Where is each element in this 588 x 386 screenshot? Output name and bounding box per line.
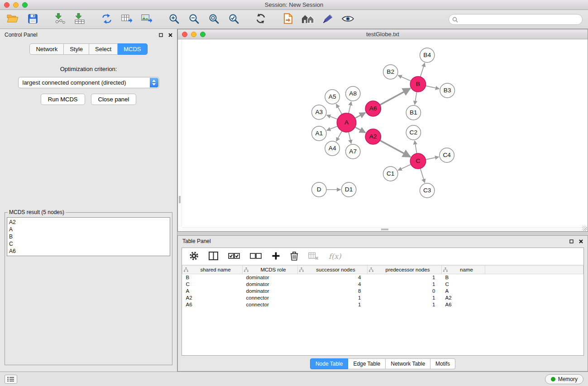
- node-C2[interactable]: C2: [406, 125, 421, 140]
- node-B1[interactable]: B1: [406, 105, 421, 120]
- zoom-out-button[interactable]: [186, 12, 201, 27]
- open-session-button[interactable]: [5, 12, 20, 27]
- network-canvas-area[interactable]: AA6A2BCA1A3A4A5A7A8B1B2B3B4C1C2C3C4DD1: [178, 39, 588, 231]
- minimize-window-button[interactable]: [13, 2, 19, 8]
- table-row[interactable]: Cdominator41C: [182, 281, 583, 288]
- float-table-panel-icon[interactable]: [569, 239, 574, 243]
- column-visibility-button[interactable]: [209, 252, 218, 262]
- table-row[interactable]: Bdominator41B: [182, 274, 583, 281]
- zoom-window-button[interactable]: [22, 2, 28, 8]
- edge-A-A7[interactable]: [349, 132, 351, 144]
- resize-grip[interactable]: [582, 226, 587, 231]
- edge-C-C3[interactable]: [421, 168, 425, 183]
- search-input[interactable]: [449, 14, 583, 25]
- edge-B-B4[interactable]: [421, 63, 425, 77]
- import-network-from-file-button[interactable]: [53, 12, 67, 27]
- edge-C-C2[interactable]: [415, 141, 417, 153]
- show-graphics-details-button[interactable]: [340, 12, 355, 27]
- node-A4[interactable]: A4: [325, 141, 339, 156]
- node-C1[interactable]: C1: [383, 167, 398, 181]
- node-A6[interactable]: A6: [365, 101, 381, 116]
- zoom-selected-button[interactable]: [226, 12, 241, 27]
- table-row[interactable]: Adominator80A: [182, 288, 583, 295]
- mcds-result-item[interactable]: A2: [9, 219, 168, 226]
- node-A3[interactable]: A3: [312, 105, 326, 119]
- delete-columns-button[interactable]: [290, 251, 298, 262]
- zoom-fit-button[interactable]: [206, 12, 221, 27]
- close-panel-button[interactable]: Close panel: [91, 94, 137, 105]
- criterion-dropdown[interactable]: largest connected component (directed): [18, 77, 159, 88]
- mcds-result-list[interactable]: A2ABCA6: [7, 217, 170, 256]
- node-B2[interactable]: B2: [383, 65, 398, 79]
- memory-button[interactable]: Memory: [545, 374, 583, 384]
- mcds-result-item[interactable]: A6: [9, 248, 168, 255]
- mcds-result-item[interactable]: A: [9, 226, 168, 233]
- node-A7[interactable]: A7: [346, 144, 360, 159]
- column-header-shared-name[interactable]: shared name: [182, 266, 243, 274]
- deselect-all-rows-button[interactable]: [250, 253, 262, 261]
- tab-node-table[interactable]: Node Table: [310, 358, 349, 369]
- node-A8[interactable]: A8: [346, 86, 360, 101]
- zoom-in-button[interactable]: [167, 12, 181, 27]
- edge-A6-B[interactable]: [380, 88, 410, 105]
- float-panel-icon[interactable]: [159, 33, 163, 37]
- task-history-button[interactable]: [5, 375, 17, 384]
- close-window-button[interactable]: [4, 2, 10, 8]
- style-pen-button[interactable]: [320, 12, 335, 27]
- node-D[interactable]: D: [312, 182, 326, 197]
- home-button[interactable]: [301, 12, 315, 27]
- tab-motifs[interactable]: Motifs: [430, 358, 455, 369]
- column-header-successor-nodes[interactable]: successor nodes: [298, 266, 368, 274]
- tab-network[interactable]: Network: [29, 43, 64, 55]
- column-header-name[interactable]: name: [442, 266, 485, 274]
- edge-A-A3[interactable]: [327, 115, 338, 119]
- select-all-rows-button[interactable]: [228, 253, 240, 261]
- tab-edge-table[interactable]: Edge Table: [348, 358, 386, 369]
- node-A5[interactable]: A5: [325, 90, 339, 104]
- network-minimize-button[interactable]: [191, 32, 196, 37]
- edge-A-A4[interactable]: [336, 131, 342, 141]
- node-C[interactable]: C: [410, 153, 425, 169]
- edge-A-A2[interactable]: [355, 127, 365, 133]
- column-header-predecessor-nodes[interactable]: predecessor nodes: [368, 266, 442, 274]
- node-B3[interactable]: B3: [440, 83, 454, 98]
- tab-network-table[interactable]: Network Table: [386, 358, 430, 369]
- tab-mcds[interactable]: MCDS: [118, 43, 147, 55]
- import-network-from-database-button[interactable]: [281, 12, 295, 27]
- tab-select[interactable]: Select: [89, 43, 118, 55]
- node-A2[interactable]: A2: [365, 129, 381, 144]
- mcds-result-item[interactable]: C: [9, 240, 168, 248]
- mcds-result-item[interactable]: B: [9, 233, 168, 240]
- network-left-gutter[interactable]: [178, 39, 182, 227]
- import-table-from-file-button[interactable]: [72, 12, 87, 27]
- node-C3[interactable]: C3: [420, 183, 434, 198]
- export-image-button[interactable]: [139, 12, 154, 27]
- function-builder-button[interactable]: f(x): [329, 252, 341, 261]
- tab-style[interactable]: Style: [64, 43, 89, 55]
- edge-A-A1[interactable]: [327, 126, 338, 131]
- edge-A-A5[interactable]: [336, 104, 342, 114]
- edge-C-C4[interactable]: [425, 157, 439, 160]
- table-mode-button[interactable]: [189, 251, 199, 262]
- edge-A-A6[interactable]: [355, 113, 365, 118]
- edge-A-A8[interactable]: [349, 102, 351, 114]
- node-B4[interactable]: B4: [420, 48, 434, 62]
- node-D1[interactable]: D1: [341, 182, 356, 197]
- node-A[interactable]: A: [337, 113, 356, 132]
- network-close-button[interactable]: [182, 32, 187, 37]
- network-zoom-button[interactable]: [200, 32, 206, 37]
- table-row[interactable]: A6connector11A6: [182, 301, 583, 308]
- close-table-panel-icon[interactable]: [579, 239, 583, 243]
- node-B[interactable]: B: [410, 76, 425, 92]
- export-table-button[interactable]: [120, 12, 134, 27]
- edge-B-B3[interactable]: [425, 86, 439, 89]
- edge-C-C1[interactable]: [398, 164, 411, 170]
- network-bottom-gutter[interactable]: [182, 227, 588, 231]
- delete-table-button[interactable]: [308, 252, 319, 262]
- column-header-mcds-role[interactable]: MCDS role: [243, 266, 298, 274]
- table-row[interactable]: A2connector11A2: [182, 295, 583, 301]
- edge-A2-C[interactable]: [380, 140, 410, 157]
- export-network-button[interactable]: [100, 12, 114, 27]
- node-C4[interactable]: C4: [440, 148, 454, 162]
- apply-preferred-layout-button[interactable]: [253, 12, 268, 27]
